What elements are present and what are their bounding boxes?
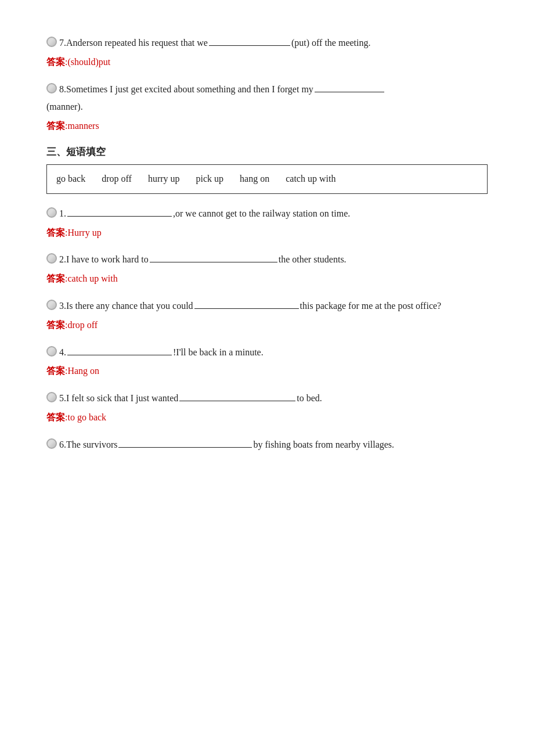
q8-text-line2: (manner). [46,102,83,111]
fq3-blank [194,308,299,309]
fq5-line: 5. I felt so sick that I just wanted to … [46,390,488,407]
fq4-line: 4. !I'll be back in a minute. [46,344,488,361]
fq1-answer-text: :Hurry up [65,228,102,237]
circle-icon-fq4 [46,346,57,357]
phrase-item-2: hurry up [148,171,180,188]
fq4-answer-text: :Hang on [65,366,99,376]
phrase-item-1: drop off [102,171,132,188]
question-8: 8. Sometimes I just get excited about so… [46,81,488,135]
q8-text-before: Sometimes I just get excited about somet… [66,81,313,98]
fq2-answer-text: :catch up with [65,273,118,283]
question-8-line: 8. Sometimes I just get excited about so… [46,81,488,98]
fq1-answer: 答案:Hurry up [46,225,488,242]
fill-question-2: 2. I have to work hard to the other stud… [46,251,488,287]
q8-number: 8. [59,81,66,98]
fq3-line: 3. Is there any chance that you could th… [46,298,488,315]
fq2-text-after: the other students. [279,251,347,268]
fill-question-1: 1. ,or we cannot get to the railway stat… [46,206,488,242]
q7-number: 7. [59,35,66,52]
circle-icon-fq6 [46,438,57,449]
fq4-number: 4. [59,344,66,361]
fq6-text-before: The survivors [66,437,117,453]
q8-answer-label: 答案 [46,121,65,131]
fq3-text-after: this package for me at the post office? [300,298,442,315]
fq4-blank [67,355,172,355]
circle-icon-q8 [46,83,57,93]
question-7: 7. Anderson repeated his request that we… [46,35,488,71]
fq6-line: 6. The survivors by fishing boats from n… [46,437,488,453]
fq5-answer: 答案:to go back [46,409,488,426]
q7-text-after: (put) off the meeting. [291,35,371,52]
q7-text-before: Anderson repeated his request that we [66,35,208,52]
phrase-item-5: catch up with [286,171,335,188]
circle-icon-fq1 [46,207,57,218]
fq1-text-after: ,or we cannot get to the railway station… [173,206,350,222]
q8-blank [315,92,384,92]
fq5-answer-label: 答案 [46,412,65,422]
fq4-answer: 答案:Hang on [46,363,488,380]
fill-question-5: 5. I felt so sick that I just wanted to … [46,390,488,426]
q7-answer-text: :(should)put [65,57,110,67]
fq5-text-before: I felt so sick that I just wanted [66,390,178,407]
section-title: 三、短语填空 [46,145,488,159]
fq6-blank [118,447,252,448]
fq2-line: 2. I have to work hard to the other stud… [46,251,488,268]
q8-line2: (manner). [46,99,488,116]
fq3-text-before: Is there any chance that you could [66,298,193,315]
circle-icon-fq3 [46,300,57,310]
fill-question-4: 4. !I'll be back in a minute. 答案:Hang on [46,344,488,380]
fq1-answer-label: 答案 [46,228,65,237]
phrase-box: go back drop off hurry up pick up hang o… [46,164,488,194]
phrase-item-3: pick up [196,171,224,188]
fq4-answer-label: 答案 [46,366,65,376]
q7-blank [209,45,290,46]
fq4-text-after: !I'll be back in a minute. [173,344,264,361]
fq5-text-after: to bed. [297,390,322,407]
circle-icon-q7 [46,37,57,47]
fq2-blank [150,262,277,262]
fq1-number: 1. [59,206,66,222]
q8-answer-text: :manners [65,121,99,131]
fq2-text-before: I have to work hard to [66,251,149,268]
fq1-blank [67,216,172,217]
fq3-answer: 答案:drop off [46,317,488,334]
phrase-item-4: hang on [240,171,269,188]
fq1-line: 1. ,or we cannot get to the railway stat… [46,206,488,222]
fq3-number: 3. [59,298,66,315]
q7-answer: 答案:(should)put [46,54,488,71]
fq2-answer-label: 答案 [46,273,65,283]
fq3-answer-text: :drop off [65,320,98,330]
fill-question-3: 3. Is there any chance that you could th… [46,298,488,334]
fq5-blank [179,401,295,401]
question-7-line: 7. Anderson repeated his request that we… [46,35,488,52]
fq2-number: 2. [59,251,66,268]
fq2-answer: 答案:catch up with [46,271,488,287]
q8-answer: 答案:manners [46,118,488,135]
fq5-answer-text: :to go back [65,412,106,422]
fill-question-6: 6. The survivors by fishing boats from n… [46,437,488,453]
q7-answer-label: 答案 [46,57,65,67]
fq5-number: 5. [59,390,66,407]
fq3-answer-label: 答案 [46,320,65,330]
circle-icon-fq2 [46,253,57,264]
fq6-number: 6. [59,437,66,453]
circle-icon-fq5 [46,392,57,402]
fq6-text-after: by fishing boats from nearby villages. [253,437,394,453]
phrase-item-0: go back [56,171,85,188]
